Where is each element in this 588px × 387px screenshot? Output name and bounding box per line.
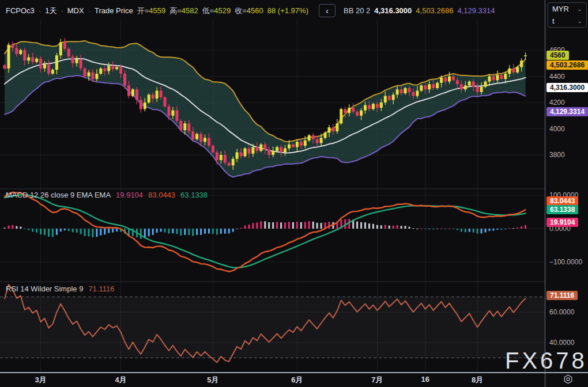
chart-header: FCPOc3 · 1天 · MDX · Trade Price 开=4559 高…: [6, 4, 495, 17]
rsi-axis-label: 40.0000: [549, 338, 574, 347]
chevron-down-icon: ⌄: [578, 18, 582, 24]
series-type-label: Trade Price: [95, 6, 133, 15]
trading-chart-app: FCPOc3 · 1天 · MDX · Trade Price 开=4559 高…: [0, 0, 588, 387]
time-axis-label: 6月: [291, 375, 303, 385]
bb-indicator-title[interactable]: BB 20 2: [344, 6, 370, 15]
macd-badge: 83.0443: [546, 196, 578, 206]
price-badge: 4,316.3000: [546, 83, 588, 92]
interval-label[interactable]: 1天: [45, 6, 56, 16]
rsi-header: RSI 14 Wilder Simple 9 71.1116: [6, 284, 114, 293]
macd-hist-value: 19.9104: [116, 191, 143, 199]
bb-lower-value: 4,129.3314: [457, 6, 495, 15]
macd-badge: 63.1338: [546, 205, 578, 214]
time-axis-border: [0, 372, 588, 373]
macd-pane: [4, 192, 527, 272]
macd-title[interactable]: MACD 12 26 close 9 EMA EMA: [6, 191, 111, 199]
separator-dot: ·: [39, 6, 41, 15]
currency-value: MYR: [552, 5, 569, 13]
time-axis-label: 3月: [35, 375, 46, 385]
chevron-left-icon: ‹: [326, 6, 329, 16]
symbol-name[interactable]: FCPOc3: [6, 6, 35, 15]
price-badge: 4,503.2686: [546, 60, 588, 70]
high-field: 高=4582: [169, 6, 198, 16]
macd-badge: 19.9104: [546, 218, 578, 227]
time-axis-label: 4月: [115, 375, 126, 385]
macd-line-value: 83.0443: [148, 191, 175, 199]
price-axis-label: 4000: [549, 124, 565, 134]
rsi-badge: 71.1116: [546, 291, 578, 300]
price-badge: 4560: [546, 51, 569, 60]
exchange-label: MDX: [67, 6, 84, 15]
change-value: 88 (+1.97%): [267, 6, 308, 15]
separator-dot: ·: [88, 6, 91, 15]
price-axis-label: 4200: [549, 98, 565, 107]
rsi-value: 71.1116: [88, 284, 114, 293]
low-field: 低=4529: [202, 6, 231, 16]
rsi-band: [0, 297, 545, 358]
unit-value: t: [552, 17, 555, 25]
time-axis-label: 16: [421, 375, 429, 384]
unit-dropdown[interactable]: t ⌄: [548, 15, 586, 27]
bb-basis-value: 4,316.3000: [374, 6, 412, 15]
currency-dropdown[interactable]: MYR ⌄: [548, 3, 586, 15]
currency-unit-controls: MYR ⌄ t ⌄: [548, 2, 587, 28]
rsi-axis-label: 60.0000: [549, 308, 574, 317]
separator-dot: ·: [61, 6, 63, 15]
open-field: 开=4559: [137, 6, 166, 16]
time-axis-label: 5月: [207, 375, 218, 385]
macd-header: MACD 12 26 close 9 EMA EMA 19.9104 83.04…: [6, 191, 208, 199]
time-axis-label: 8月: [472, 375, 483, 385]
macd-axis-label: −100.0000: [549, 257, 582, 267]
rsi-title[interactable]: RSI 14 Wilder Simple 9: [6, 284, 83, 293]
macd-signal-value: 63.1338: [180, 191, 208, 199]
price-axis-label: 3800: [549, 150, 565, 160]
price-axis[interactable]: 46004400420040003800100.00000.0000−100.0…: [545, 0, 588, 387]
gear-icon[interactable]: [563, 374, 573, 384]
price-pane: [3, 38, 527, 177]
chart-canvas[interactable]: [0, 0, 545, 372]
time-axis[interactable]: 3月4月5月6月7月168月: [0, 372, 545, 387]
collapse-indicators-button[interactable]: ‹: [319, 4, 336, 17]
price-axis-label: 4400: [549, 72, 565, 81]
chevron-down-icon: ⌄: [578, 6, 582, 12]
close-field: 收=4560: [235, 6, 263, 16]
price-badge: 4,129.3314: [546, 107, 588, 116]
bb-upper-value: 4,503.2686: [416, 6, 453, 15]
time-axis-label: 7月: [371, 375, 383, 385]
